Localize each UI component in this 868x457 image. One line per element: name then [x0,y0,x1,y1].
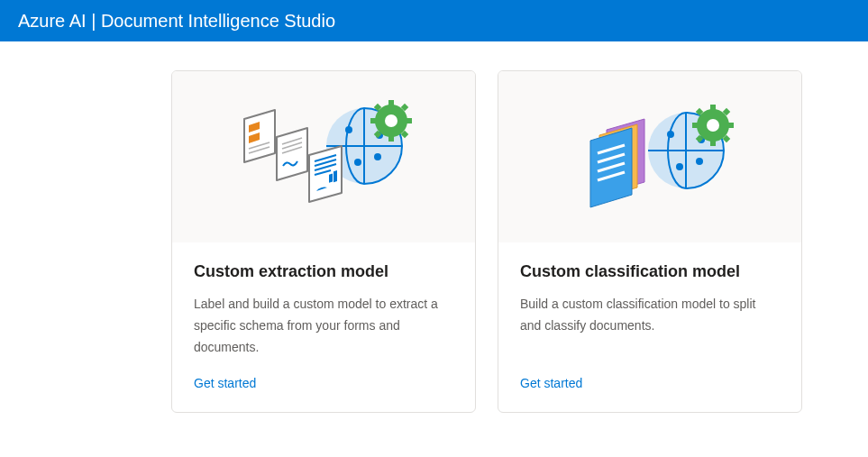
app-header: Azure AI | Document Intelligence Studio [0,0,868,41]
svg-rect-7 [388,134,394,142]
svg-point-1 [345,126,352,133]
svg-rect-32 [710,105,716,112]
card-image-classification [498,71,801,242]
svg-point-30 [696,158,703,165]
svg-point-3 [354,159,361,166]
card-title-classification: Custom classification model [520,262,780,281]
card-body-extraction: Custom extraction model Label and build … [172,242,475,412]
card-desc-classification: Build a custom classification model to s… [520,294,780,358]
svg-rect-25 [333,170,337,182]
svg-rect-35 [726,123,734,128]
card-custom-extraction[interactable]: Custom extraction model Label and build … [171,70,476,413]
card-desc-extraction: Label and build a custom model to extrac… [194,294,453,358]
stacked-docs-gear-icon [551,83,749,231]
svg-rect-9 [405,118,412,123]
card-image-extraction [172,71,475,242]
card-body-classification: Custom classification model Build a cust… [498,242,801,412]
svg-point-29 [676,163,683,170]
svg-rect-33 [710,139,716,146]
svg-point-40 [707,119,719,132]
card-title-extraction: Custom extraction model [194,262,453,281]
svg-point-27 [667,131,674,138]
svg-rect-24 [329,174,333,183]
app-title: Azure AI | Document Intelligence Studio [18,11,335,32]
get-started-link-classification[interactable]: Get started [520,376,780,390]
svg-rect-8 [370,118,378,123]
svg-point-4 [374,153,381,160]
main-content: Custom extraction model Label and build … [0,41,868,413]
get-started-link-extraction[interactable]: Get started [194,376,453,390]
svg-rect-6 [388,100,394,107]
svg-point-14 [385,114,397,127]
documents-gear-icon [224,83,423,231]
svg-rect-34 [692,123,699,128]
card-custom-classification[interactable]: Custom classification model Build a cust… [498,70,802,413]
